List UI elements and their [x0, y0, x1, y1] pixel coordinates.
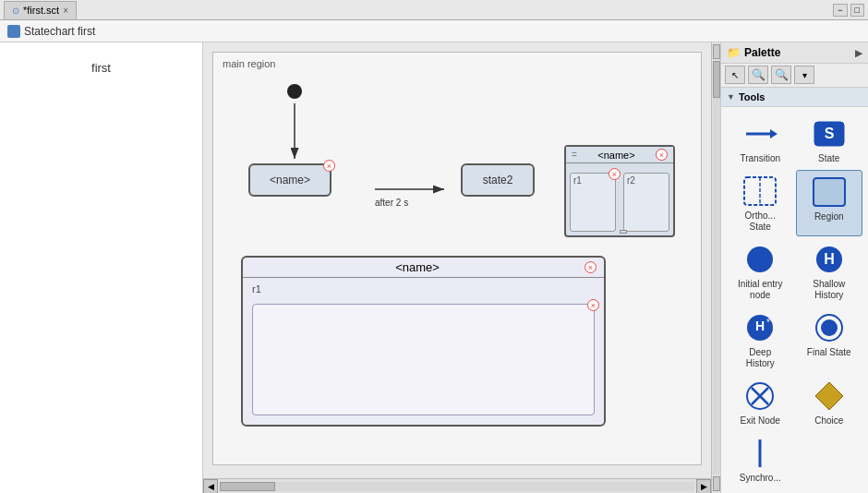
- composite-state[interactable]: = <name> × r1 × r2: [564, 145, 675, 237]
- statechart-icon: [7, 25, 20, 38]
- state-node-1[interactable]: <name> ×: [248, 163, 332, 197]
- zoom-out-button[interactable]: 🔍-: [771, 66, 791, 84]
- exit-node-label: Exit Node: [741, 415, 780, 427]
- large-region-title: <name> ×: [243, 258, 604, 278]
- scroll-thumb[interactable]: [220, 482, 275, 491]
- state-icon: S: [812, 116, 847, 151]
- editor-panel[interactable]: main region <name> × a: [203, 42, 711, 493]
- more-options-button[interactable]: ▾: [794, 66, 814, 84]
- tools-label: Tools: [739, 91, 766, 102]
- deep-history-label: DeepHistory: [746, 347, 775, 369]
- dropdown-icon: ▾: [802, 70, 807, 80]
- select-icon: ↖: [731, 70, 739, 80]
- breadcrumb-bar: Statechart first: [0, 20, 868, 42]
- svg-text:H: H: [755, 319, 765, 333]
- palette-expand-button[interactable]: ▶: [855, 48, 862, 58]
- initial-dot: [287, 84, 302, 99]
- zoom-out-icon: 🔍-: [775, 68, 789, 81]
- transition-label: after 2 s: [375, 198, 408, 208]
- region-r2-label: r2: [624, 174, 669, 187]
- palette-item-choice[interactable]: Choice: [796, 375, 863, 430]
- palette-title: Palette: [744, 46, 780, 59]
- initial-entry-icon: [742, 242, 778, 277]
- horizontal-scrollbar[interactable]: ◀ ▶: [203, 478, 711, 493]
- tab-bar: ⊙ *first.sct × − □: [0, 0, 868, 20]
- tab-close-button[interactable]: ×: [63, 6, 68, 16]
- region-icon: [812, 174, 847, 210]
- diagram-canvas[interactable]: main region <name> × a: [212, 52, 702, 465]
- v-scroll-up[interactable]: [713, 44, 720, 59]
- scroll-left-button[interactable]: ◀: [203, 479, 218, 494]
- svg-text:*: *: [766, 318, 770, 328]
- zoom-in-icon: 🔍: [752, 68, 766, 81]
- svg-marker-4: [770, 129, 778, 138]
- exit-node-icon: [742, 379, 778, 414]
- minimize-button[interactable]: −: [833, 4, 847, 17]
- large-region[interactable]: <name> × r1 ×: [241, 256, 606, 427]
- palette-header: 📁 Palette ▶: [721, 42, 868, 64]
- palette-item-region[interactable]: Region: [796, 170, 863, 236]
- ortho-state-label: Ortho...State: [745, 210, 776, 233]
- palette-item-synchro[interactable]: Synchro...: [727, 432, 794, 487]
- breadcrumb-label: Statechart first: [24, 25, 95, 38]
- region-label-palette: Region: [814, 211, 844, 222]
- inner-region-close[interactable]: ×: [587, 299, 599, 311]
- select-tool-button[interactable]: ↖: [725, 66, 745, 84]
- composite-state-name: <name>: [577, 150, 656, 161]
- state-node-1-close[interactable]: ×: [323, 160, 335, 172]
- state-label: State: [818, 153, 839, 164]
- outline-title: first: [91, 61, 111, 75]
- vertical-scrollbar[interactable]: [711, 42, 720, 493]
- v-scroll-thumb[interactable]: [713, 61, 720, 98]
- large-region-close[interactable]: ×: [585, 261, 597, 273]
- palette-toolbar: ↖ 🔍 🔍- ▾: [721, 64, 868, 87]
- ortho-state-icon: [742, 174, 778, 209]
- svg-marker-21: [815, 382, 843, 410]
- region-r1-close[interactable]: ×: [609, 168, 621, 180]
- state-node-2-label: state2: [483, 174, 513, 186]
- tools-section-header[interactable]: ▼ Tools: [721, 88, 868, 107]
- palette-item-state[interactable]: S State: [796, 113, 863, 168]
- scroll-right-button[interactable]: ▶: [696, 479, 711, 494]
- palette-folder-icon: 📁: [727, 46, 741, 59]
- palette-item-deep-history[interactable]: H * DeepHistory: [727, 307, 794, 373]
- scroll-track[interactable]: [220, 482, 694, 491]
- zoom-in-button[interactable]: 🔍: [748, 66, 768, 84]
- transition-label: Transition: [740, 153, 780, 164]
- final-state-label: Final State: [807, 347, 851, 358]
- transition-icon: [742, 116, 778, 151]
- composite-state-close[interactable]: ×: [656, 149, 668, 161]
- initial-entry-label: Initial entrynode: [738, 279, 782, 301]
- palette-grid: Transition S State: [721, 107, 868, 493]
- choice-label: Choice: [814, 415, 843, 427]
- palette-item-initial-entry[interactable]: Initial entrynode: [727, 238, 794, 305]
- outline-panel: first: [0, 42, 203, 493]
- composite-region-r2: r2: [623, 173, 669, 232]
- svg-text:S: S: [824, 126, 834, 141]
- svg-point-10: [747, 246, 773, 272]
- synchro-icon: [742, 436, 778, 471]
- state-node-2[interactable]: state2: [461, 163, 535, 197]
- tab-icon: ⊙: [12, 6, 19, 16]
- deep-history-icon: H *: [742, 310, 778, 345]
- large-region-sub-label: r1: [252, 283, 261, 295]
- shallow-history-icon: H: [812, 242, 847, 277]
- synchro-label: Synchro...: [740, 473, 781, 484]
- region-label: main region: [223, 58, 275, 69]
- v-scroll-track[interactable]: [713, 61, 720, 475]
- editor-tab[interactable]: ⊙ *first.sct ×: [4, 1, 77, 19]
- palette-item-ortho-state[interactable]: Ortho...State: [727, 170, 794, 236]
- svg-text:H: H: [824, 251, 835, 267]
- composite-region-r1: r1 ×: [570, 173, 616, 232]
- inner-region: ×: [252, 304, 595, 415]
- palette-item-transition[interactable]: Transition: [727, 113, 794, 168]
- shallow-history-label: ShallowHistory: [813, 279, 845, 301]
- palette-item-shallow-history[interactable]: H ShallowHistory: [796, 238, 863, 305]
- resize-handle[interactable]: [620, 230, 627, 234]
- choice-icon: [812, 379, 847, 414]
- palette-item-exit-node[interactable]: Exit Node: [727, 375, 794, 430]
- restore-button[interactable]: □: [850, 4, 864, 17]
- composite-state-title: = <name> ×: [566, 147, 673, 163]
- v-scroll-down[interactable]: [713, 476, 720, 491]
- palette-item-final-state[interactable]: Final State: [796, 307, 863, 373]
